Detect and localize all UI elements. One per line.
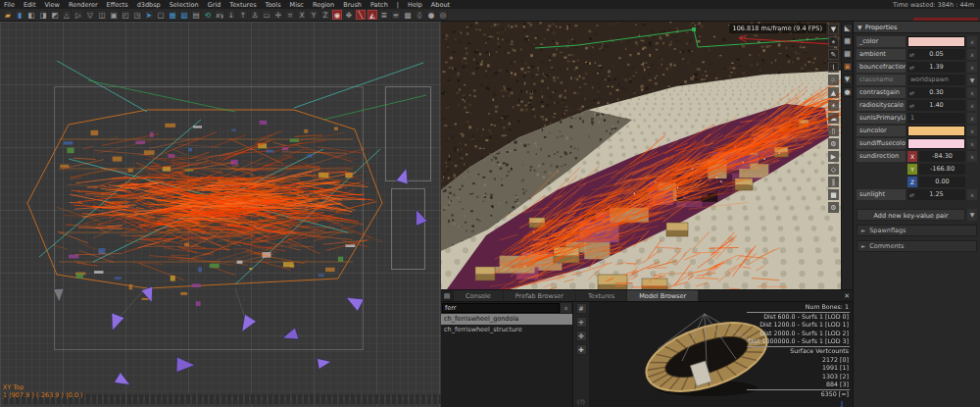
prop-key-sundiffusecolor[interactable]: sundiffusecolor — [857, 138, 906, 149]
prop-key-bouncefraction[interactable]: bouncefraction — [857, 62, 906, 73]
prop-value-sundirection-z[interactable]: 0.00 — [919, 177, 965, 187]
prop-key-ambient[interactable]: ambient — [857, 49, 906, 60]
list-item[interactable]: ch_ferriswheel_structure — [441, 325, 572, 335]
prop-key-sundirection[interactable]: sundirection — [857, 151, 906, 162]
add-key-value-button[interactable]: Add new key-value pair — [857, 209, 965, 221]
cycle-icon[interactable]: ⟲ — [203, 10, 213, 20]
prop-value-contrastgain[interactable]: ⇄0.30 — [907, 87, 965, 98]
tab-model-browser[interactable]: Model Browser — [627, 290, 698, 301]
settings-icon[interactable]: ⚙ — [828, 202, 839, 213]
prop-key-classname[interactable]: classname — [857, 75, 906, 85]
list-icon[interactable]: ≣ — [379, 10, 389, 20]
play-icon[interactable]: ▶ — [828, 151, 839, 162]
battery-icon[interactable]: ▯ — [828, 126, 839, 136]
delete-key-button[interactable]: x — [967, 138, 977, 149]
book-icon[interactable]: ▤ — [191, 10, 201, 20]
add-filter-icon[interactable]: ▼ — [967, 209, 977, 221]
list-alt-icon[interactable]: ≡ — [391, 10, 401, 20]
properties-header[interactable]: ▼ Properties — [854, 22, 980, 33]
slider-icon[interactable]: ⇄ — [909, 100, 914, 111]
close-icon[interactable]: ✕ — [844, 290, 850, 302]
classname-filter-icon[interactable]: ▼ — [967, 75, 977, 85]
flip-z-icon[interactable]: ◩ — [50, 10, 60, 20]
menu-renderer[interactable]: Renderer — [69, 1, 98, 9]
prop-key-sunlight[interactable]: sunlight — [857, 189, 906, 200]
grid-icon[interactable]: ▦ — [843, 36, 853, 46]
tab-prefab-browser[interactable]: Prefab Browser — [504, 290, 575, 301]
delete-key-button[interactable]: x — [967, 36, 977, 47]
flip-y-icon[interactable]: ◨ — [38, 10, 48, 20]
palette-icon[interactable]: ▣ — [843, 62, 853, 72]
slider-icon[interactable]: ⇄ — [909, 49, 914, 60]
viewport-3d[interactable]: 106.818 ms/frame (9.4 FPS) ▼⌖✎⌇♘▲☀☁▯⚙▶◇∥… — [441, 22, 841, 289]
menu-edit[interactable]: Edit — [24, 1, 36, 9]
color-swatch-suncolor[interactable] — [907, 126, 965, 136]
menu-file[interactable]: File — [4, 1, 15, 9]
open-file-icon[interactable]: ▰ — [3, 10, 13, 20]
sun-icon[interactable]: ☀ — [828, 100, 839, 111]
prop-value-sunisprimarylight[interactable]: 1 — [907, 113, 965, 124]
rotate-z-icon[interactable]: ▽ — [85, 10, 95, 20]
prop-value-radiosityscale[interactable]: ⇄1.40 — [907, 100, 965, 111]
rotate-y-icon[interactable]: ▷ — [74, 10, 83, 20]
viewport-2d-canvas[interactable] — [0, 22, 441, 407]
z-lock-button[interactable]: Z — [320, 10, 330, 20]
delete-key-button[interactable]: x — [967, 189, 977, 200]
section-spawnflags[interactable]: ►Spawnflags — [857, 225, 977, 236]
viewport-2d[interactable]: XY Top 1 (907.9 ) (-263.9 ) (0.0 ) — [0, 22, 441, 407]
menu-about[interactable]: About — [431, 1, 450, 9]
delete-key-button[interactable]: x — [967, 151, 977, 162]
prop-value-ambient[interactable]: ⇄0.05 — [907, 49, 965, 60]
color-swatch-color[interactable] — [907, 36, 965, 47]
menu-selection[interactable]: Selection — [170, 1, 199, 9]
grid-snap-icon[interactable]: ⌗ — [285, 10, 295, 20]
prop-key-suncolor[interactable]: suncolor — [857, 126, 906, 136]
prop-key-contrastgain[interactable]: contrastgain — [857, 87, 906, 98]
x-lock-button[interactable]: X — [297, 10, 307, 20]
bone-icon[interactable]: ⌇ — [828, 62, 839, 73]
menu-help[interactable]: Help — [408, 1, 422, 9]
menu-patch[interactable]: Patch — [370, 1, 388, 9]
pen-icon[interactable]: ✎ — [828, 49, 839, 60]
color-swatch-sundiffusecolor[interactable] — [907, 138, 965, 149]
cursor-icon[interactable]: ➤ — [144, 10, 154, 20]
lower-icon[interactable]: ↓ — [226, 10, 236, 20]
prop-value-bouncefraction[interactable]: ⇄1.39 — [907, 62, 965, 73]
animate-button[interactable]: ✚ — [576, 344, 587, 355]
move-icon[interactable]: ✛ — [273, 10, 283, 20]
slider-icon[interactable]: ⇄ — [909, 87, 914, 98]
collapse-caret-icon[interactable]: ▼ — [858, 24, 862, 30]
menu-tools[interactable]: Tools — [266, 1, 281, 9]
delete-key-button[interactable]: x — [967, 87, 977, 98]
scale-icon[interactable]: ◭ — [368, 10, 377, 20]
prop-value-sundirection-y[interactable]: -166.80 — [919, 164, 965, 175]
region-icon[interactable]: ▢ — [156, 10, 166, 20]
prefab-icon[interactable]: ◊ — [415, 10, 424, 20]
section-comments[interactable]: ►Comments — [857, 240, 977, 252]
stop-icon[interactable]: ■ — [828, 189, 839, 200]
funnel-icon[interactable]: ▼ — [843, 75, 853, 84]
xy-view-icon[interactable]: xy — [215, 10, 224, 20]
camera-icon[interactable]: ◉ — [332, 10, 342, 20]
select-touching-icon[interactable]: ◫ — [97, 10, 107, 20]
prop-key-color[interactable]: _color — [857, 36, 906, 47]
prop-key-sunisprimarylight[interactable]: sunIsPrimaryLight — [857, 113, 906, 124]
render-mode-icon[interactable]: ● — [426, 10, 436, 20]
hash-filter-button[interactable]: # — [576, 303, 587, 314]
y-lock-button[interactable]: Y — [309, 10, 318, 20]
save-icon[interactable]: ▮ — [15, 10, 24, 20]
lightmap-icon[interactable]: ◎ — [438, 10, 448, 20]
sphere-icon[interactable]: ● — [843, 87, 853, 97]
prism-icon[interactable]: ◣ — [843, 24, 853, 33]
menu-view[interactable]: View — [44, 1, 59, 9]
prop-value-sunlight[interactable]: ⇄1.25 — [907, 189, 965, 200]
brush-icon[interactable]: ▭ — [262, 10, 271, 20]
raise-icon[interactable]: ↑ — [238, 10, 248, 20]
menu-region[interactable]: Region — [313, 1, 334, 9]
search-clear-button[interactable]: x — [561, 303, 571, 313]
cloud-icon[interactable]: ☁ — [828, 113, 839, 124]
menu-grid[interactable]: Grid — [208, 1, 221, 9]
show-skin-button[interactable]: ✜ — [576, 331, 587, 341]
csg-merge-icon[interactable]: ◰ — [121, 10, 130, 20]
terrain-icon[interactable]: ▲ — [828, 87, 839, 98]
